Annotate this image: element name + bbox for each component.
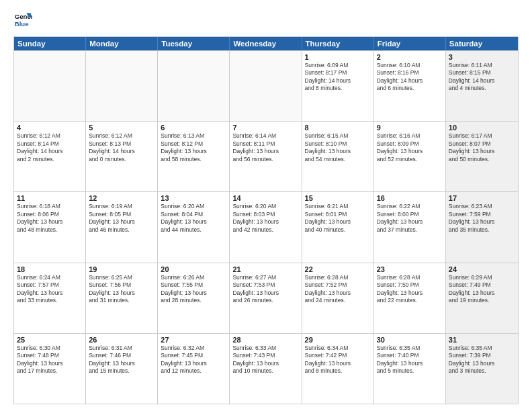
day-number: 20	[161, 265, 226, 273]
day-info: Sunrise: 6:14 AM Sunset: 8:11 PM Dayligh…	[232, 132, 298, 163]
day-info: Sunrise: 6:11 AM Sunset: 8:15 PM Dayligh…	[449, 62, 515, 93]
day-number: 2	[377, 53, 443, 61]
day-number: 23	[377, 265, 443, 273]
day-cell-6: 6Sunrise: 6:13 AM Sunset: 8:12 PM Daylig…	[158, 122, 230, 191]
day-number: 7	[232, 124, 298, 132]
week-row-1: 1Sunrise: 6:09 AM Sunset: 8:17 PM Daylig…	[14, 50, 518, 121]
day-number: 4	[17, 124, 83, 132]
day-number: 29	[305, 336, 371, 344]
day-number: 15	[305, 194, 371, 202]
day-cell-27: 27Sunrise: 6:32 AM Sunset: 7:45 PM Dayli…	[158, 334, 230, 404]
day-info: Sunrise: 6:22 AM Sunset: 8:00 PM Dayligh…	[377, 203, 443, 234]
day-number: 10	[449, 124, 515, 132]
day-number: 18	[17, 265, 83, 273]
day-number: 28	[232, 336, 298, 344]
week-row-2: 4Sunrise: 6:12 AM Sunset: 8:14 PM Daylig…	[14, 121, 518, 191]
day-number: 16	[377, 194, 443, 202]
day-cell-4: 4Sunrise: 6:12 AM Sunset: 8:14 PM Daylig…	[14, 122, 86, 191]
page: General Blue SundayMondayTuesdayWednesda…	[0, 0, 532, 411]
calendar-header: SundayMondayTuesdayWednesdayThursdayFrid…	[14, 37, 518, 50]
logo: General Blue	[13, 11, 35, 30]
day-header-thursday: Thursday	[302, 37, 374, 50]
day-cell-11: 11Sunrise: 6:18 AM Sunset: 8:06 PM Dayli…	[14, 192, 86, 262]
day-number: 11	[17, 194, 83, 202]
day-number: 6	[161, 124, 226, 132]
day-cell-10: 10Sunrise: 6:17 AM Sunset: 8:07 PM Dayli…	[446, 122, 518, 191]
day-info: Sunrise: 6:31 AM Sunset: 7:46 PM Dayligh…	[89, 345, 154, 375]
day-info: Sunrise: 6:29 AM Sunset: 7:49 PM Dayligh…	[449, 274, 515, 305]
day-header-friday: Friday	[374, 37, 446, 50]
day-cell-16: 16Sunrise: 6:22 AM Sunset: 8:00 PM Dayli…	[374, 192, 446, 262]
day-cell-23: 23Sunrise: 6:28 AM Sunset: 7:50 PM Dayli…	[374, 263, 446, 333]
day-number: 17	[449, 194, 515, 202]
day-cell-3: 3Sunrise: 6:11 AM Sunset: 8:15 PM Daylig…	[446, 51, 518, 121]
day-cell-21: 21Sunrise: 6:27 AM Sunset: 7:53 PM Dayli…	[230, 263, 302, 333]
day-info: Sunrise: 6:15 AM Sunset: 8:10 PM Dayligh…	[305, 132, 371, 163]
empty-cell	[86, 51, 158, 121]
day-cell-12: 12Sunrise: 6:19 AM Sunset: 8:05 PM Dayli…	[86, 192, 158, 262]
day-number: 14	[232, 194, 298, 202]
day-cell-24: 24Sunrise: 6:29 AM Sunset: 7:49 PM Dayli…	[446, 263, 518, 333]
day-cell-26: 26Sunrise: 6:31 AM Sunset: 7:46 PM Dayli…	[86, 334, 158, 404]
header: General Blue	[13, 11, 519, 30]
day-number: 21	[232, 265, 298, 273]
day-info: Sunrise: 6:09 AM Sunset: 8:17 PM Dayligh…	[305, 62, 371, 93]
day-number: 25	[17, 336, 83, 344]
day-info: Sunrise: 6:17 AM Sunset: 8:07 PM Dayligh…	[449, 132, 515, 163]
day-info: Sunrise: 6:12 AM Sunset: 8:14 PM Dayligh…	[17, 132, 83, 163]
week-row-3: 11Sunrise: 6:18 AM Sunset: 8:06 PM Dayli…	[14, 191, 518, 262]
day-info: Sunrise: 6:13 AM Sunset: 8:12 PM Dayligh…	[161, 132, 226, 163]
day-cell-15: 15Sunrise: 6:21 AM Sunset: 8:01 PM Dayli…	[302, 192, 374, 262]
day-number: 12	[89, 194, 154, 202]
day-header-wednesday: Wednesday	[230, 37, 302, 50]
empty-cell	[158, 51, 230, 121]
logo-icon: General Blue	[13, 11, 32, 30]
day-number: 27	[161, 336, 226, 344]
day-cell-9: 9Sunrise: 6:16 AM Sunset: 8:09 PM Daylig…	[374, 122, 446, 191]
day-info: Sunrise: 6:28 AM Sunset: 7:52 PM Dayligh…	[305, 274, 371, 305]
day-cell-29: 29Sunrise: 6:34 AM Sunset: 7:42 PM Dayli…	[302, 334, 374, 404]
day-header-tuesday: Tuesday	[158, 37, 230, 50]
day-cell-28: 28Sunrise: 6:33 AM Sunset: 7:43 PM Dayli…	[230, 334, 302, 404]
day-cell-22: 22Sunrise: 6:28 AM Sunset: 7:52 PM Dayli…	[302, 263, 374, 333]
day-cell-30: 30Sunrise: 6:35 AM Sunset: 7:40 PM Dayli…	[374, 334, 446, 404]
week-row-4: 18Sunrise: 6:24 AM Sunset: 7:57 PM Dayli…	[14, 263, 518, 333]
day-info: Sunrise: 6:19 AM Sunset: 8:05 PM Dayligh…	[89, 203, 154, 234]
day-number: 13	[161, 194, 226, 202]
day-info: Sunrise: 6:26 AM Sunset: 7:55 PM Dayligh…	[161, 274, 226, 305]
day-info: Sunrise: 6:24 AM Sunset: 7:57 PM Dayligh…	[17, 274, 83, 305]
day-header-sunday: Sunday	[14, 37, 86, 50]
svg-text:Blue: Blue	[15, 20, 29, 28]
day-info: Sunrise: 6:10 AM Sunset: 8:16 PM Dayligh…	[377, 62, 443, 93]
day-info: Sunrise: 6:34 AM Sunset: 7:42 PM Dayligh…	[305, 345, 371, 375]
day-number: 3	[449, 53, 515, 61]
day-cell-14: 14Sunrise: 6:20 AM Sunset: 8:03 PM Dayli…	[230, 192, 302, 262]
empty-cell	[14, 51, 86, 121]
day-number: 19	[89, 265, 154, 273]
day-info: Sunrise: 6:23 AM Sunset: 7:59 PM Dayligh…	[449, 203, 515, 234]
day-info: Sunrise: 6:20 AM Sunset: 8:04 PM Dayligh…	[161, 203, 226, 234]
day-number: 24	[449, 265, 515, 273]
day-number: 22	[305, 265, 371, 273]
day-info: Sunrise: 6:35 AM Sunset: 7:40 PM Dayligh…	[377, 345, 443, 375]
day-number: 31	[449, 336, 515, 344]
day-info: Sunrise: 6:35 AM Sunset: 7:39 PM Dayligh…	[449, 345, 515, 375]
day-cell-18: 18Sunrise: 6:24 AM Sunset: 7:57 PM Dayli…	[14, 263, 86, 333]
day-cell-17: 17Sunrise: 6:23 AM Sunset: 7:59 PM Dayli…	[446, 192, 518, 262]
calendar-body: 1Sunrise: 6:09 AM Sunset: 8:17 PM Daylig…	[14, 50, 518, 404]
day-cell-1: 1Sunrise: 6:09 AM Sunset: 8:17 PM Daylig…	[302, 51, 374, 121]
day-number: 8	[305, 124, 371, 132]
day-number: 1	[305, 53, 371, 61]
day-header-monday: Monday	[86, 37, 158, 50]
day-info: Sunrise: 6:32 AM Sunset: 7:45 PM Dayligh…	[161, 345, 226, 375]
day-cell-31: 31Sunrise: 6:35 AM Sunset: 7:39 PM Dayli…	[446, 334, 518, 404]
calendar: SundayMondayTuesdayWednesdayThursdayFrid…	[13, 36, 519, 404]
day-info: Sunrise: 6:21 AM Sunset: 8:01 PM Dayligh…	[305, 203, 371, 234]
day-cell-20: 20Sunrise: 6:26 AM Sunset: 7:55 PM Dayli…	[158, 263, 230, 333]
day-cell-19: 19Sunrise: 6:25 AM Sunset: 7:56 PM Dayli…	[86, 263, 158, 333]
day-info: Sunrise: 6:27 AM Sunset: 7:53 PM Dayligh…	[232, 274, 298, 305]
day-info: Sunrise: 6:18 AM Sunset: 8:06 PM Dayligh…	[17, 203, 83, 234]
week-row-5: 25Sunrise: 6:30 AM Sunset: 7:48 PM Dayli…	[14, 333, 518, 404]
day-info: Sunrise: 6:12 AM Sunset: 8:13 PM Dayligh…	[89, 132, 154, 163]
day-info: Sunrise: 6:30 AM Sunset: 7:48 PM Dayligh…	[17, 345, 83, 375]
